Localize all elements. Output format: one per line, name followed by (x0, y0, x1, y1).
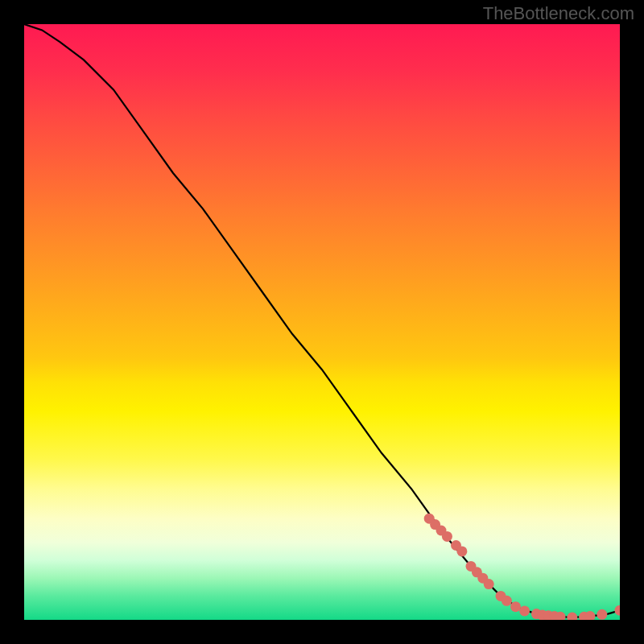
chart-marker (615, 605, 621, 616)
chart-svg (24, 24, 620, 620)
markers-group (424, 514, 620, 620)
chart-plot-area (24, 24, 620, 620)
chart-marker (484, 579, 494, 589)
chart-marker (502, 596, 512, 606)
bottleneck-curve (24, 24, 620, 617)
chart-marker (567, 613, 577, 621)
chart-marker (519, 605, 530, 616)
watermark-text: TheBottleneck.com (483, 3, 634, 24)
chart-marker (510, 601, 521, 612)
chart-marker (442, 531, 452, 542)
chart-marker (597, 609, 607, 620)
chart-marker (456, 546, 467, 556)
